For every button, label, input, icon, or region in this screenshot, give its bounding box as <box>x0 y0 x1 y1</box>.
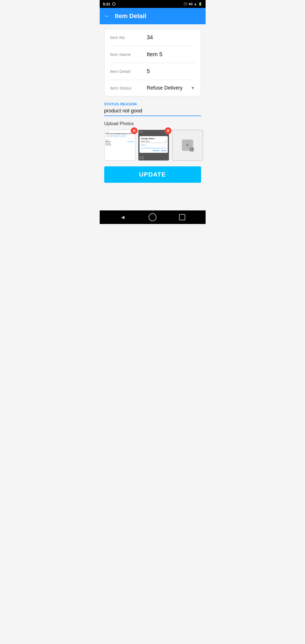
photo-1-thumb[interactable]: Email nisha.doshi@agileinfoways.com Loca… <box>104 130 135 161</box>
item-name-label: Item Name <box>110 52 141 57</box>
chevron-down-icon: ▼ <box>191 86 195 91</box>
bottom-nav-bar: ◄ <box>100 210 206 224</box>
item-status-label: Item Status <box>110 86 141 90</box>
home-nav-button[interactable] <box>147 212 158 223</box>
status-reason-label: STATUS REASON <box>104 102 201 106</box>
item-no-label: Item No <box>110 35 141 40</box>
item-name-value: Item 5 <box>147 51 195 58</box>
back-button[interactable]: ← <box>104 12 110 20</box>
upload-photos-section: Upload Photos Email nisha.doshi@agileinf… <box>104 121 201 161</box>
network-label: 4G <box>189 2 193 6</box>
photo-2-wrapper: nisha Change Status Select status ▾ Reas… <box>138 130 169 161</box>
item-no-row: Item No 34 <box>110 29 195 46</box>
vibrate-icon: 📳 <box>184 2 188 6</box>
item-info-card: Item No 34 Item Name Item 5 Item Detail … <box>104 29 201 96</box>
photo-2-thumb[interactable]: nisha Change Status Select status ▾ Reas… <box>138 130 169 161</box>
time-label: 5:21 <box>103 2 110 6</box>
page-title: Item Detail <box>115 12 146 20</box>
item-name-row: Item Name Item 5 <box>110 46 195 63</box>
signal-icon: ▲ <box>194 2 197 6</box>
photo-2-remove-button[interactable]: ✕ <box>165 127 171 134</box>
status-bar: 5:21 ⬡ 📳 4G ▲ 🔋 <box>100 0 206 8</box>
recent-nav-icon <box>179 214 185 220</box>
item-status-dropdown[interactable]: Refuse Delivery ▼ <box>147 85 195 91</box>
photo-1-wrapper: Email nisha.doshi@agileinfoways.com Loca… <box>104 130 135 161</box>
main-content: Item No 34 Item Name Item 5 Item Detail … <box>100 24 206 210</box>
svg-rect-1 <box>186 141 189 143</box>
item-detail-value: 5 <box>147 68 195 75</box>
header: ← Item Detail <box>100 8 206 24</box>
photos-row: Email nisha.doshi@agileinfoways.com Loca… <box>104 130 201 161</box>
battery-icon: 🔋 <box>198 2 202 6</box>
status-reason-section: STATUS REASON <box>104 102 201 116</box>
back-nav-button[interactable]: ◄ <box>117 212 128 223</box>
photo-1-remove-button[interactable]: ✕ <box>131 127 138 134</box>
svg-point-2 <box>186 144 189 147</box>
item-detail-row: Item Detail 5 <box>110 63 195 80</box>
item-status-row[interactable]: Item Status Refuse Delivery ▼ <box>110 80 195 96</box>
status-reason-input[interactable] <box>104 108 201 116</box>
item-detail-label: Item Detail <box>110 69 141 74</box>
pocket-casts-icon: ⬡ <box>112 2 116 6</box>
upload-photos-label: Upload Photos <box>104 121 201 126</box>
item-status-value: Refuse Delivery <box>147 85 183 91</box>
recent-nav-button[interactable] <box>177 212 188 223</box>
back-nav-icon: ◄ <box>120 214 126 221</box>
add-photo-icon <box>182 140 193 151</box>
add-photo-button[interactable] <box>172 130 203 161</box>
home-nav-icon <box>149 213 156 221</box>
update-button[interactable]: UPDATE <box>104 166 201 183</box>
item-no-value: 34 <box>147 34 195 41</box>
